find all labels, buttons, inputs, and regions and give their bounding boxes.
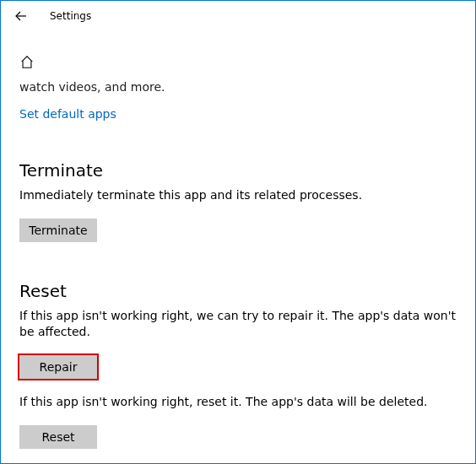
terminate-button[interactable]: Terminate	[19, 219, 97, 242]
set-default-apps-link[interactable]: Set default apps	[19, 107, 116, 121]
reset-heading: Reset	[19, 281, 457, 301]
back-arrow-icon	[14, 9, 28, 23]
window-title: Settings	[50, 10, 91, 22]
repair-description: If this app isn't working right, we can …	[19, 308, 457, 340]
repair-button[interactable]: Repair	[19, 355, 97, 379]
terminate-heading: Terminate	[19, 160, 457, 181]
titlebar: Settings	[1, 1, 475, 31]
back-button[interactable]	[8, 3, 35, 30]
home-icon[interactable]	[19, 55, 475, 73]
reset-button[interactable]: Reset	[19, 425, 97, 449]
reset-description: If this app isn't working right, reset i…	[19, 394, 457, 410]
terminate-description: Immediately terminate this app and its r…	[19, 187, 457, 203]
truncated-description: watch videos, and more.	[19, 80, 457, 94]
content-area: watch videos, and more. Set default apps…	[1, 80, 475, 449]
